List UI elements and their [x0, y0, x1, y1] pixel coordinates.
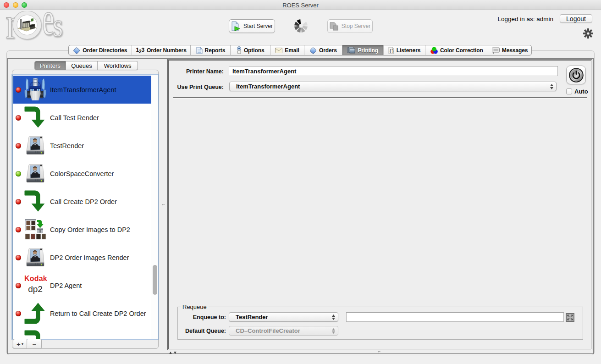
svg-text:s: s — [53, 11, 63, 43]
